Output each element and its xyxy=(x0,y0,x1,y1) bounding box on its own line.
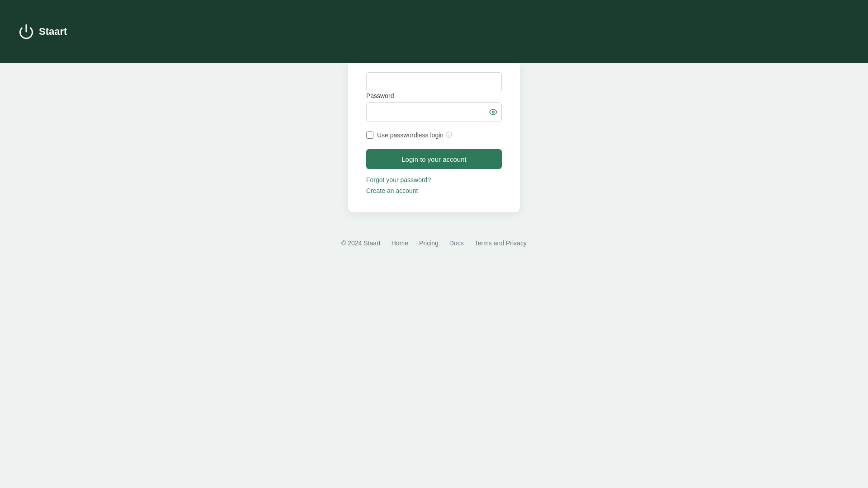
logo-area: Staart xyxy=(18,23,67,40)
passwordless-checkbox[interactable] xyxy=(366,131,373,139)
password-wrapper xyxy=(366,102,502,122)
forgot-password-link[interactable]: Forgot your password? xyxy=(366,176,502,183)
login-card-wrapper: Password Use passwordless login ⓘ xyxy=(0,63,868,212)
email-input[interactable] xyxy=(366,72,502,92)
footer-pricing-link[interactable]: Pricing xyxy=(419,239,439,247)
login-card: Password Use passwordless login ⓘ xyxy=(348,63,520,212)
passwordless-label: Use passwordless login ⓘ xyxy=(377,131,452,139)
password-label: Password xyxy=(366,92,502,99)
footer-copyright: © 2024 Staart xyxy=(341,239,381,247)
logo-text: Staart xyxy=(39,26,67,38)
footer-home-link[interactable]: Home xyxy=(392,239,408,247)
help-icon[interactable]: ⓘ xyxy=(446,131,452,139)
header: Staart xyxy=(0,0,868,63)
passwordless-checkbox-row: Use passwordless login ⓘ xyxy=(366,131,502,139)
power-icon xyxy=(18,23,34,40)
footer-docs-link[interactable]: Docs xyxy=(449,239,464,247)
create-account-link[interactable]: Create an account xyxy=(366,187,502,194)
password-input[interactable] xyxy=(366,102,502,122)
login-button[interactable]: Login to your account xyxy=(366,149,502,169)
page-body: Password Use passwordless login ⓘ xyxy=(0,63,868,488)
password-field-group: Password xyxy=(366,92,502,122)
email-field-group xyxy=(366,72,502,92)
footer-terms-link[interactable]: Terms and Privacy xyxy=(475,239,527,247)
eye-icon xyxy=(489,108,497,116)
footer: © 2024 Staart Home Pricing Docs Terms an… xyxy=(0,239,868,247)
toggle-password-button[interactable] xyxy=(489,108,497,116)
svg-point-1 xyxy=(492,111,495,113)
